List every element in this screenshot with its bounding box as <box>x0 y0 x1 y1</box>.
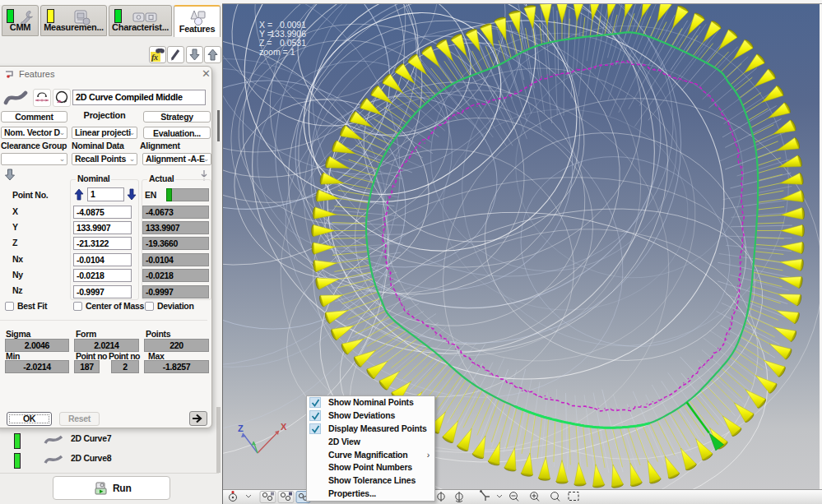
svg-text:Z: Z <box>238 423 244 433</box>
svg-text:fx: fx <box>151 53 158 62</box>
svg-text:zoom = 1: zoom = 1 <box>259 47 295 57</box>
svg-text:X: X <box>281 422 287 432</box>
